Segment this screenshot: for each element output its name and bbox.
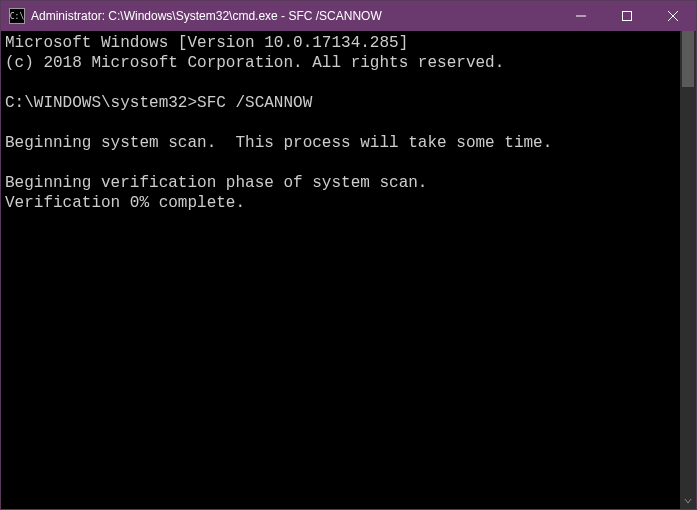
- chevron-down-icon: [684, 497, 692, 505]
- app-icon-label: C:\: [10, 12, 24, 21]
- svg-rect-0: [623, 12, 632, 21]
- terminal-output[interactable]: Microsoft Windows [Version 10.0.17134.28…: [1, 31, 680, 509]
- scroll-thumb[interactable]: [682, 31, 694, 87]
- window-title: Administrator: C:\Windows\System32\cmd.e…: [31, 9, 382, 23]
- terminal-line: Verification 0% complete.: [5, 193, 676, 213]
- terminal-line: Beginning verification phase of system s…: [5, 173, 676, 193]
- cmd-window: C:\ Administrator: C:\Windows\System32\c…: [0, 0, 697, 510]
- minimize-button[interactable]: [558, 1, 604, 31]
- minimize-icon: [576, 11, 586, 21]
- terminal-line: [5, 113, 676, 133]
- terminal-line: Microsoft Windows [Version 10.0.17134.28…: [5, 33, 676, 53]
- titlebar[interactable]: C:\ Administrator: C:\Windows\System32\c…: [1, 1, 696, 31]
- maximize-button[interactable]: [604, 1, 650, 31]
- terminal-line: Beginning system scan. This process will…: [5, 133, 676, 153]
- terminal-line: C:\WINDOWS\system32>SFC /SCANNOW: [5, 93, 676, 113]
- app-icon: C:\: [9, 8, 25, 24]
- vertical-scrollbar[interactable]: [680, 31, 696, 509]
- terminal-line: [5, 153, 676, 173]
- close-icon: [668, 11, 678, 21]
- terminal-line: [5, 73, 676, 93]
- close-button[interactable]: [650, 1, 696, 31]
- terminal-line: (c) 2018 Microsoft Corporation. All righ…: [5, 53, 676, 73]
- client-area: Microsoft Windows [Version 10.0.17134.28…: [1, 31, 696, 509]
- maximize-icon: [622, 11, 632, 21]
- scroll-down-button[interactable]: [680, 493, 696, 509]
